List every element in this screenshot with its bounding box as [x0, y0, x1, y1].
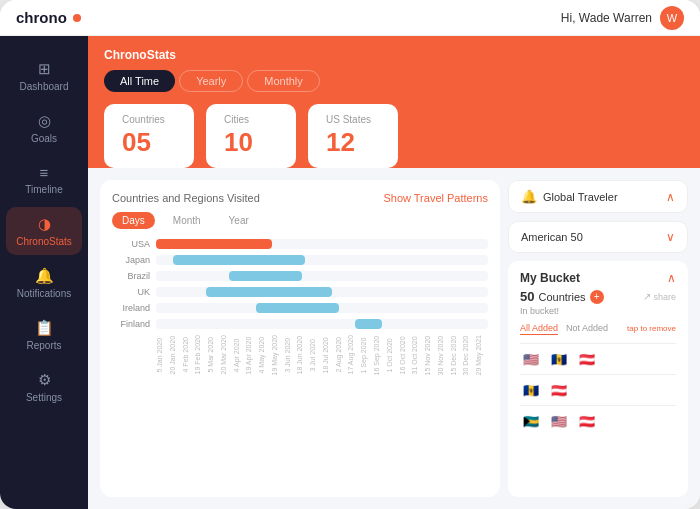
- flag-austria-1: 🇦🇹: [576, 348, 598, 370]
- flag-austria-3: 🇦🇹: [576, 410, 598, 432]
- gantt-track-uk: [156, 287, 488, 297]
- sidebar-label-settings: Settings: [26, 392, 62, 403]
- axis-label-6: 4 Apr 2020: [233, 335, 246, 375]
- top-bar: chrono Hi, Wade Warren W: [0, 0, 700, 36]
- bucket-tab-not-added[interactable]: Not Added: [566, 322, 608, 335]
- show-patterns-link[interactable]: Show Travel Patterns: [383, 192, 488, 204]
- gantt-track-usa: APR 10 COUNTRIES: [156, 239, 488, 249]
- chart-section: Countries and Regions Visited Show Trave…: [100, 180, 500, 497]
- stat-value-cities: 10: [224, 127, 278, 158]
- separator-3: [520, 405, 676, 406]
- logo-dot: [73, 14, 81, 22]
- gantt-row-usa: USA APR 10 COUNTRIES: [112, 239, 488, 249]
- flag-row-1: 🇺🇸 🇧🇧 🇦🇹: [520, 348, 676, 370]
- axis-label-7: 19 Apr 2020: [245, 335, 258, 375]
- flag-chip-austria-3: 🇦🇹: [576, 410, 598, 432]
- sidebar-label-reports: Reports: [26, 340, 61, 351]
- axis-label-14: 2 Aug 2020: [335, 335, 348, 375]
- share-container: ↗ share: [643, 291, 676, 302]
- flag-row-2: 🇧🇧 🇦🇹: [520, 379, 676, 401]
- axis-label-13: 18 Jul 2020: [322, 335, 335, 375]
- sidebar-item-chronostats[interactable]: ◑ ChronoStats: [6, 207, 82, 255]
- gantt-bar-ireland: [256, 303, 339, 313]
- gantt-chart: USA APR 10 COUNTRIES Japan: [112, 239, 488, 485]
- chart-header: Countries and Regions Visited Show Trave…: [112, 192, 488, 204]
- sidebar-item-reports[interactable]: 📋 Reports: [6, 311, 82, 359]
- gantt-label-ireland: Ireland: [112, 303, 150, 313]
- chart-tab-year[interactable]: Year: [219, 212, 259, 229]
- axis-label-22: 30 Nov 2020: [437, 335, 450, 375]
- axis-label-4: 5 Mar 2020: [207, 335, 220, 375]
- chart-title: Countries and Regions Visited: [112, 192, 260, 204]
- sidebar-item-timeline[interactable]: ≡ Timeline: [6, 156, 82, 203]
- bucket-unit: Countries: [538, 291, 585, 303]
- greeting-text: Hi, Wade Warren: [561, 11, 652, 25]
- flag-bahamas: 🇧🇸: [520, 410, 542, 432]
- dropdown-global-traveler[interactable]: 🔔 Global Traveler ∧: [508, 180, 688, 213]
- axis-label-12: 3 Jul 2020: [309, 335, 322, 375]
- app-window: chrono Hi, Wade Warren W ⊞ Dashboard ◎ G…: [0, 0, 700, 509]
- stat-label-us-states: US States: [326, 114, 380, 125]
- main-layout: ⊞ Dashboard ◎ Goals ≡ Timeline ◑ ChronoS…: [0, 36, 700, 509]
- gantt-row-ireland: Ireland: [112, 303, 488, 313]
- stat-value-us-states: 12: [326, 127, 380, 158]
- axis-label-19: 16 Oct 2020: [399, 335, 412, 375]
- logo-text: chrono: [16, 9, 67, 26]
- axis-label-23: 15 Dec 2020: [450, 335, 463, 375]
- gantt-bar-brazil: [229, 271, 302, 281]
- axis-label-10: 3 Jun 2020: [284, 335, 297, 375]
- dropdown-label-american: American 50: [521, 231, 583, 243]
- dropdown-label-global: 🔔 Global Traveler: [521, 189, 618, 204]
- chronostats-icon: ◑: [38, 215, 51, 233]
- chart-tab-days[interactable]: Days: [112, 212, 155, 229]
- right-panel: 🔔 Global Traveler ∧ American 50 ∨ My: [508, 180, 688, 497]
- tab-monthly[interactable]: Monthly: [247, 70, 320, 92]
- bucket-subtitle: In bucket!: [520, 306, 676, 316]
- axis-label-0: 5 Jan 2020: [156, 335, 169, 375]
- flag-chip-barbados-1: 🇧🇧: [548, 348, 570, 370]
- sidebar-item-settings[interactable]: ⚙ Settings: [6, 363, 82, 411]
- add-country-button[interactable]: +: [590, 290, 604, 304]
- bucket-card: My Bucket ∧ 50 Countries + ↗ share: [508, 261, 688, 497]
- flag-usa-1: 🇺🇸: [520, 348, 542, 370]
- sidebar-item-goals[interactable]: ◎ Goals: [6, 104, 82, 152]
- user-greeting: Hi, Wade Warren W: [561, 6, 684, 30]
- flag-chip-barbados-2: 🇧🇧: [520, 379, 542, 401]
- gantt-label-usa: USA: [112, 239, 150, 249]
- flag-chip-austria-1: 🇦🇹: [576, 348, 598, 370]
- gantt-track-brazil: [156, 271, 488, 281]
- chart-tab-month[interactable]: Month: [163, 212, 211, 229]
- gantt-bar-finland: [355, 319, 382, 329]
- bucket-tab-all-added[interactable]: All Added: [520, 322, 558, 335]
- tab-all-time[interactable]: All Time: [104, 70, 175, 92]
- section-title: ChronoStats: [104, 48, 684, 62]
- stats-cards: Countries 05 Cities 10 US States 12: [104, 104, 684, 168]
- stats-section: ChronoStats All Time Yearly Monthly Coun…: [88, 36, 700, 168]
- gantt-label-japan: Japan: [112, 255, 150, 265]
- tap-remove-text[interactable]: tap to remove: [627, 324, 676, 333]
- axis-label-17: 16 Sep 2020: [373, 335, 386, 375]
- gantt-row-japan: Japan: [112, 255, 488, 265]
- sidebar-label-goals: Goals: [31, 133, 57, 144]
- bucket-chevron-icon: ∧: [667, 271, 676, 285]
- gantt-bar-usa: APR 10 COUNTRIES: [156, 239, 272, 249]
- axis-label-8: 4 May 2020: [258, 335, 271, 375]
- share-text: share: [653, 292, 676, 302]
- chevron-up-icon: ∧: [666, 190, 675, 204]
- sidebar-item-notifications[interactable]: 🔔 Notifications: [6, 259, 82, 307]
- stats-tabs: All Time Yearly Monthly: [104, 70, 684, 92]
- content-area: ChronoStats All Time Yearly Monthly Coun…: [88, 36, 700, 509]
- axis-label-25: 29 May 2021: [475, 335, 488, 375]
- axis-label-11: 18 Jun 2020: [296, 335, 309, 375]
- sidebar-item-dashboard[interactable]: ⊞ Dashboard: [6, 52, 82, 100]
- axis-label-24: 30 Dec 2020: [462, 335, 475, 375]
- flag-chip-usa-1: 🇺🇸: [520, 348, 542, 370]
- gantt-label-finland: Finland: [112, 319, 150, 329]
- dropdown-american50[interactable]: American 50 ∨: [508, 221, 688, 253]
- gantt-track-finland: [156, 319, 488, 329]
- tab-yearly[interactable]: Yearly: [179, 70, 243, 92]
- flag-austria-2: 🇦🇹: [548, 379, 570, 401]
- stat-label-countries: Countries: [122, 114, 176, 125]
- axis-label-3: 19 Feb 2020: [194, 335, 207, 375]
- sidebar: ⊞ Dashboard ◎ Goals ≡ Timeline ◑ ChronoS…: [0, 36, 88, 509]
